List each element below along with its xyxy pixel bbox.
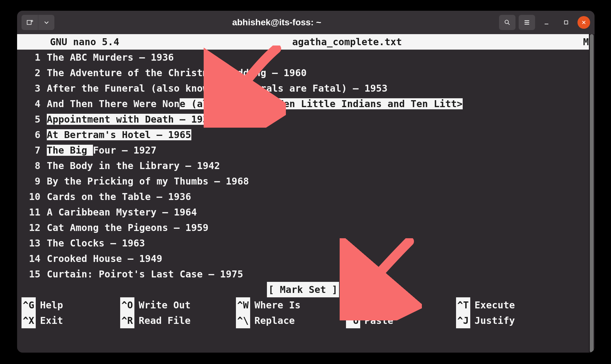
text-segment: A Caribbean Mystery – 1964 (47, 207, 197, 218)
line-content[interactable]: And Then There Were None (also known as … (42, 96, 589, 112)
line-content[interactable]: The Adventure of the Christmas Pudding –… (42, 65, 589, 81)
line-content[interactable]: Appointment with Death – 1938 (42, 112, 589, 127)
selection-segment: The Big (47, 145, 93, 156)
shortcut-label: Replace (255, 313, 295, 328)
editor-line[interactable]: 8The Body in the Library – 1942 (17, 158, 589, 173)
shortcut-label: Execute (475, 297, 515, 313)
terminal-viewport: GNU nano 5.4 agatha_complete.txt M 1The … (17, 34, 589, 353)
editor-line[interactable]: 11A Caribbean Mystery – 1964 (17, 204, 589, 220)
line-number: 11 (17, 204, 42, 220)
nano-header-row: GNU nano 5.4 agatha_complete.txt M (17, 34, 589, 50)
line-content[interactable]: The Clocks – 1963 (42, 235, 589, 251)
shortcut-row-1: ^GHelp^OWrite Out^WWhere Is^KCut^TExecut… (17, 297, 589, 313)
editor-line[interactable]: 15Curtain: Poirot's Last Case – 1975 (17, 266, 589, 282)
shortcut-key: ^G (22, 297, 36, 313)
shortcut-item: ^GHelp (22, 297, 120, 313)
line-content[interactable]: By the Pricking of my Thumbs – 1968 (42, 173, 589, 189)
shortcut-label: Write Out (139, 297, 191, 313)
line-content[interactable]: A Caribbean Mystery – 1964 (42, 204, 589, 220)
new-tab-icon (26, 19, 33, 26)
shortcut-label: Justify (475, 313, 515, 328)
line-content[interactable]: Cards on the Table – 1936 (42, 189, 589, 204)
new-tab-button[interactable] (22, 15, 38, 30)
line-number: 10 (17, 189, 42, 204)
shortcut-label: Help (40, 297, 63, 313)
editor-line[interactable]: 5Appointment with Death – 1938 (17, 112, 589, 127)
svg-point-1 (505, 20, 509, 24)
text-segment: By the Pricking of my Thumbs – 1968 (47, 176, 249, 187)
shortcut-key: ^X (22, 313, 36, 328)
line-content[interactable]: The ABC Murders – 1936 (42, 50, 589, 65)
editor-line[interactable]: 13The Clocks – 1963 (17, 235, 589, 251)
shortcut-item: ^UPaste (346, 313, 456, 328)
line-content[interactable]: At Bertram's Hotel – 1965 (42, 127, 589, 143)
editor-line[interactable]: 2The Adventure of the Christmas Pudding … (17, 65, 589, 81)
close-icon (581, 20, 586, 25)
shortcut-key: ^T (456, 297, 470, 313)
svg-rect-0 (27, 21, 31, 25)
line-number: 8 (17, 158, 42, 173)
hamburger-menu-button[interactable] (519, 15, 535, 30)
line-number: 5 (17, 112, 42, 127)
minimize-icon (543, 19, 550, 26)
editor-line[interactable]: 9By the Pricking of my Thumbs – 1968 (17, 173, 589, 189)
nano-status-row: [ Mark Set ] (17, 282, 589, 297)
line-number: 9 (17, 173, 42, 189)
line-content[interactable]: The Body in the Library – 1942 (42, 158, 589, 173)
search-icon (504, 19, 511, 26)
selection-segment: At Bertram's Hotel – 1965 (47, 129, 191, 140)
titlebar: abhishek@its-foss: ~ (17, 11, 595, 34)
editor-line[interactable]: 3After the Funeral (also known as Funera… (17, 81, 589, 96)
text-segment: Four – 1927 (93, 145, 157, 156)
line-content[interactable]: Cat Among the Pigeons – 1959 (42, 220, 589, 235)
svg-rect-2 (565, 21, 568, 24)
shortcut-item: ^XExit (22, 313, 120, 328)
shortcut-key: ^\ (236, 313, 250, 328)
terminal-window: abhishek@its-foss: ~ (17, 11, 595, 353)
minimize-button[interactable] (538, 15, 555, 30)
text-segment: And Then There Were Non (47, 98, 180, 109)
shortcut-key: ^K (346, 297, 360, 313)
text-segment: Crooked House – 1949 (47, 253, 162, 264)
editor-line[interactable]: 12Cat Among the Pigeons – 1959 (17, 220, 589, 235)
desktop-background: abhishek@its-foss: ~ (0, 0, 611, 364)
editor-line[interactable]: 6At Bertram's Hotel – 1965 (17, 127, 589, 143)
line-number: 7 (17, 143, 42, 158)
search-button[interactable] (499, 15, 515, 30)
tab-dropdown-button[interactable] (38, 15, 54, 30)
text-segment: Cat Among the Pigeons – 1959 (47, 222, 208, 233)
shortcut-label: Read File (139, 313, 191, 328)
close-button[interactable] (577, 16, 590, 29)
line-content[interactable]: After the Funeral (also known as Funeral… (42, 81, 589, 96)
shortcut-item: ^WWhere Is (236, 297, 346, 313)
line-number: 4 (17, 96, 42, 112)
text-segment: After the Funeral (also known as Funeral… (47, 83, 387, 94)
line-content[interactable]: The Big Four – 1927 (42, 143, 589, 158)
editor-line[interactable]: 7The Big Four – 1927 (17, 143, 589, 158)
line-content[interactable]: Crooked House – 1949 (42, 251, 589, 266)
maximize-icon (563, 20, 569, 25)
shortcut-item: ^OWrite Out (120, 297, 236, 313)
line-number: 13 (17, 235, 42, 251)
editor-line[interactable]: 14Crooked House – 1949 (17, 251, 589, 266)
maximize-button[interactable] (558, 15, 574, 30)
shortcut-key: ^U (346, 313, 360, 328)
shortcut-item: ^JJustify (456, 313, 560, 328)
shortcut-row-2: ^XExit^RRead File^\Replace^UPaste^JJusti… (17, 313, 589, 328)
editor-line[interactable]: 4And Then There Were None (also known as… (17, 96, 589, 112)
terminal-body[interactable]: GNU nano 5.4 agatha_complete.txt M 1The … (17, 34, 595, 353)
nano-filename: agatha_complete.txt (119, 34, 575, 50)
shortcut-key: ^J (456, 313, 470, 328)
text-segment: The Clocks – 1963 (47, 238, 145, 249)
gutter-blank (17, 34, 42, 50)
text-segment: Curtain: Poirot's Last Case – 1975 (47, 269, 243, 280)
line-content[interactable]: Curtain: Poirot's Last Case – 1975 (42, 266, 589, 282)
text-segment: The ABC Murders – 1936 (47, 52, 174, 63)
editor-lines[interactable]: 1The ABC Murders – 19362The Adventure of… (17, 50, 589, 282)
scrollbar-thumb[interactable] (590, 34, 594, 353)
line-number: 2 (17, 65, 42, 81)
editor-line[interactable]: 1The ABC Murders – 1936 (17, 50, 589, 65)
scrollbar[interactable] (589, 34, 595, 353)
line-number: 1 (17, 50, 42, 65)
editor-line[interactable]: 10Cards on the Table – 1936 (17, 189, 589, 204)
